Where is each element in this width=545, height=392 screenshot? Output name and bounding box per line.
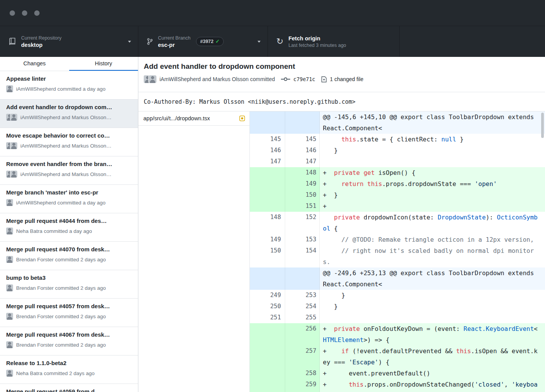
sidebar: Changes History Appease linteriAmWillShe…: [0, 57, 138, 392]
diff-new-line-number: 154: [285, 245, 320, 267]
diff-old-line-number: [250, 201, 285, 212]
diff-old-line-number: 148: [250, 212, 285, 234]
tab-history[interactable]: History: [69, 57, 138, 71]
commit-item-meta: iAmWillShepherd committed a day ago: [6, 85, 132, 92]
file-modified-icon: [239, 115, 245, 121]
commit-item-byline: iAmWillShepherd and Markus Olsson…: [20, 143, 111, 149]
diff-code-line: // @TODO: Remake triangle octicon in a 1…: [320, 234, 545, 245]
zoom-button[interactable]: [34, 10, 40, 16]
commit-item-byline: Brendan Forster committed 2 days ago: [16, 314, 106, 319]
diff-code-line: @@ -249,6 +253,13 @@ export class Toolba…: [320, 267, 545, 290]
diff-code-line: + return this.props.dropdownState === 'o…: [320, 178, 545, 189]
diff-row: @@ -145,6 +145,10 @@ export class Toolba…: [250, 111, 545, 134]
commit-item-title: Release to 1.1.0-beta2: [6, 359, 132, 367]
commit-list-item[interactable]: Release to 1.1.0-beta2Neha Batra committ…: [0, 355, 138, 384]
avatar-image: [6, 284, 13, 291]
titlebar: [0, 0, 545, 26]
commit-summary: Add event handler to dropdown component …: [138, 57, 545, 92]
chevron-down-icon: [258, 41, 261, 43]
diff-code-line: }: [320, 145, 545, 156]
commit-list-item[interactable]: Move escape behavior to correct co…iAmWi…: [0, 128, 138, 156]
diff-code-line: @@ -145,6 +145,10 @@ export class Toolba…: [320, 111, 545, 134]
commit-byline: iAmWillShepherd and Markus Olsson commit…: [160, 76, 275, 82]
avatar-image: [6, 370, 13, 377]
repository-switcher-button[interactable]: Current Repository desktop: [0, 26, 138, 57]
sync-icon: ↻: [276, 37, 283, 46]
commit-title: Add event handler to dropdown component: [144, 62, 540, 71]
commit-item-byline: iAmWillShepherd committed a day ago: [16, 86, 106, 92]
git-branch-icon: [147, 37, 153, 46]
commit-item-title: Merge pull request #4057 from desk…: [6, 302, 132, 310]
diff-row: 148152 private dropdownIcon(state: Dropd…: [250, 212, 545, 234]
diff-row: 150+ }: [250, 189, 545, 201]
commit-sha: c79e71c: [293, 76, 315, 82]
diff-view: @@ -145,6 +145,10 @@ export class Toolba…: [250, 111, 545, 392]
avatar: [6, 228, 13, 234]
diff-code-line: private dropdownIcon(state: DropdownStat…: [320, 212, 545, 234]
pr-number: #3972: [200, 39, 214, 44]
fetch-origin-button[interactable]: ↻ Fetch origin Last fetched 3 minutes ag…: [268, 26, 400, 57]
diff-new-line-number: [285, 267, 320, 290]
avatar-image: [149, 75, 156, 83]
changed-file-icon: [321, 76, 327, 83]
diff-code-line: + event.preventDefault(): [320, 368, 545, 379]
branch-switcher-button[interactable]: Current Branch esc-pr #3972 ✓: [138, 26, 268, 57]
commit-item-title: Merge pull request #4070 from desk…: [6, 245, 132, 253]
commit-list-item[interactable]: Add event handler to dropdown com…iAmWil…: [0, 100, 138, 128]
diff-row: 250254 }: [250, 301, 545, 312]
file-list: app/src/ui/t.../dropdown.tsx: [138, 111, 250, 392]
diff-row: 149153 // @TODO: Remake triangle octicon…: [250, 234, 545, 245]
commit-list-item[interactable]: Merge pull request #4067 from desk…Brend…: [0, 327, 138, 355]
avatar-image: [6, 256, 13, 263]
diff-old-line-number: 147: [250, 156, 285, 167]
diff-old-line-number: 250: [250, 301, 285, 312]
commit-item-meta: iAmWillShepherd and Markus Olsson…: [6, 114, 132, 121]
avatar: [6, 341, 13, 348]
commit-list-item[interactable]: Remove event handler from the bran…iAmWi…: [0, 156, 138, 185]
diff-row: 147147: [250, 156, 545, 167]
commit-list-item[interactable]: Appease linteriAmWillShepherd committed …: [0, 71, 138, 100]
avatar: [6, 256, 13, 263]
commit-item-title: Merge pull request #4044 from des…: [6, 217, 132, 225]
commit-item-byline: Brendan Forster committed 2 days ago: [16, 342, 106, 348]
avatar-image: [6, 85, 13, 92]
diff-code-line: + }: [320, 189, 545, 201]
avatar: [6, 171, 17, 178]
commit-icon: [281, 76, 290, 82]
avatar-image: [6, 313, 13, 320]
avatar: [6, 114, 17, 121]
pr-number-badge[interactable]: #3972 ✓: [196, 37, 224, 46]
commit-list-item[interactable]: Merge pull request #4059 from d…: [0, 384, 138, 392]
file-list-item[interactable]: app/src/ui/t.../dropdown.tsx: [138, 111, 249, 126]
diff-old-line-number: [250, 189, 285, 201]
avatar: [6, 142, 17, 149]
toolbar-spacer: [400, 26, 545, 57]
commit-list-item[interactable]: bump to beta3Brendan Forster committed 2…: [0, 270, 138, 299]
commit-list-item[interactable]: Merge branch 'master' into esc-priAmWill…: [0, 185, 138, 213]
avatar-image: [6, 341, 13, 348]
commit-item-meta: Neha Batra committed a day ago: [6, 228, 132, 234]
commit-item-meta: Brendan Forster committed 2 days ago: [6, 256, 132, 263]
close-button[interactable]: [10, 10, 15, 16]
diff-code-line: + if (!event.defaultPrevented && this.is…: [320, 345, 545, 368]
commit-item-byline: iAmWillShepherd committed a day ago: [16, 200, 106, 206]
tab-changes[interactable]: Changes: [0, 57, 69, 71]
commit-item-meta: Brendan Forster committed 2 days ago: [6, 313, 132, 320]
commit-item-meta: iAmWillShepherd committed a day ago: [6, 199, 132, 206]
minimize-button[interactable]: [22, 10, 27, 16]
avatar-image: [10, 171, 17, 178]
commit-list: Appease linteriAmWillShepherd committed …: [0, 71, 138, 392]
commit-item-meta: iAmWillShepherd and Markus Olsson…: [6, 142, 132, 149]
commit-item-title: Remove event handler from the bran…: [6, 160, 132, 168]
diff-panel: @@ -145,6 +145,10 @@ export class Toolba…: [250, 111, 545, 392]
commit-list-item[interactable]: Merge pull request #4070 from desk…Brend…: [0, 242, 138, 270]
commit-item-byline: Neha Batra committed 2 days ago: [16, 370, 95, 376]
diff-old-line-number: 150: [250, 245, 285, 267]
commit-list-item[interactable]: Merge pull request #4044 from des…Neha B…: [0, 213, 138, 242]
diff-new-line-number: 152: [285, 212, 320, 234]
avatar-image: [6, 228, 13, 234]
commit-list-item[interactable]: Merge pull request #4057 from desk…Brend…: [0, 299, 138, 327]
scrollbar-thumb[interactable]: [541, 113, 544, 138]
diff-new-line-number: 257: [285, 345, 320, 368]
commit-description: Co-Authored-By: Markus Olsson <niik@user…: [138, 92, 545, 111]
